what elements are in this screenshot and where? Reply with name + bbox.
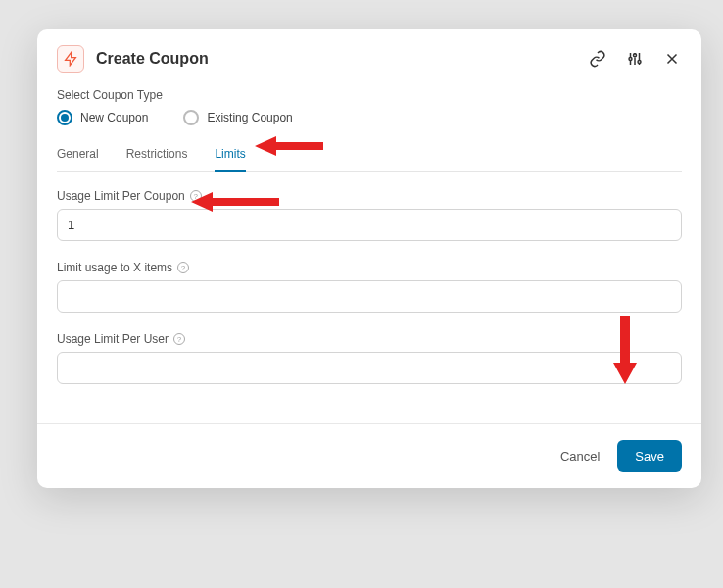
modal-header: Create Coupon	[37, 29, 701, 82]
create-coupon-modal: Create Coupon Select Coupon Type New Cou…	[37, 29, 701, 488]
cancel-button[interactable]: Cancel	[560, 449, 600, 464]
coupon-bolt-icon	[57, 45, 84, 73]
label-usage-limit-per-coupon: Usage Limit Per Coupon ?	[57, 189, 682, 203]
close-icon[interactable]	[662, 49, 682, 69]
label-limit-usage-items: Limit usage to X items ?	[57, 261, 682, 274]
radio-existing-coupon-label: Existing Coupon	[207, 111, 292, 124]
field-limit-usage-items: Limit usage to X items ?	[57, 261, 682, 313]
coupon-tabs: General Restrictions Limits	[57, 139, 682, 172]
svg-point-1	[634, 54, 637, 57]
save-button[interactable]: Save	[617, 440, 682, 472]
modal-body: Select Coupon Type New Coupon Existing C…	[37, 82, 701, 423]
svg-point-0	[629, 58, 632, 61]
svg-point-2	[638, 61, 641, 64]
input-limit-usage-items[interactable]	[57, 280, 682, 313]
field-usage-limit-per-coupon: Usage Limit Per Coupon ?	[57, 189, 682, 241]
input-usage-limit-per-user[interactable]	[57, 352, 682, 384]
modal-title: Create Coupon	[96, 50, 588, 68]
help-icon[interactable]: ?	[177, 262, 189, 273]
radio-indicator-selected	[57, 110, 72, 125]
modal-footer: Cancel Save	[37, 423, 701, 488]
help-icon[interactable]: ?	[190, 190, 202, 202]
link-icon[interactable]	[588, 49, 607, 69]
coupon-type-radio-group: New Coupon Existing Coupon	[57, 110, 682, 125]
settings-sliders-icon[interactable]	[625, 49, 645, 69]
radio-new-coupon[interactable]: New Coupon	[57, 110, 148, 125]
radio-new-coupon-label: New Coupon	[80, 111, 148, 124]
label-text: Usage Limit Per Coupon	[57, 189, 185, 203]
radio-existing-coupon[interactable]: Existing Coupon	[183, 110, 292, 125]
radio-indicator	[183, 110, 199, 125]
input-usage-limit-per-coupon[interactable]	[57, 209, 682, 241]
header-actions	[588, 49, 682, 69]
label-text: Usage Limit Per User	[57, 332, 169, 346]
help-icon[interactable]: ?	[173, 333, 185, 345]
tab-general[interactable]: General	[57, 139, 99, 171]
tab-limits[interactable]: Limits	[215, 139, 245, 171]
tab-restrictions[interactable]: Restrictions	[126, 139, 188, 171]
label-text: Limit usage to X items	[57, 261, 172, 274]
select-coupon-type-label: Select Coupon Type	[57, 88, 682, 102]
label-usage-limit-per-user: Usage Limit Per User ?	[57, 332, 682, 346]
field-usage-limit-per-user: Usage Limit Per User ?	[57, 332, 682, 384]
